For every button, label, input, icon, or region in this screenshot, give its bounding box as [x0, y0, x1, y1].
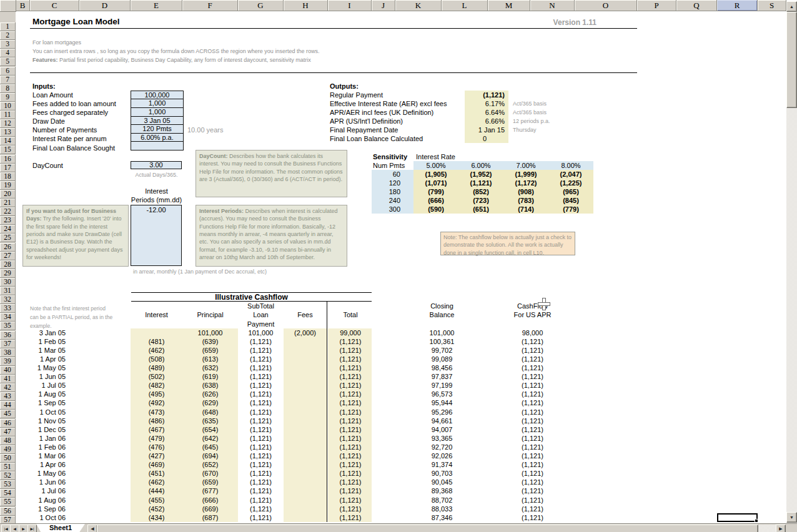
interest-periods-input[interactable]: -12.00: [131, 205, 182, 266]
daycount-note-box[interactable]: DayCount: Describes how the bank calcula…: [196, 150, 347, 197]
cf-interest[interactable]: (486): [131, 416, 182, 425]
cf-principal[interactable]: (619): [182, 372, 238, 381]
output-value[interactable]: 0: [465, 134, 505, 143]
cf-principal[interactable]: (639): [182, 337, 238, 346]
cf-principal[interactable]: (638): [182, 381, 238, 390]
column-header[interactable]: K: [395, 0, 442, 11]
row-header[interactable]: 13: [0, 128, 16, 137]
cf-us-apr-cashflow[interactable]: (1,121): [503, 381, 562, 390]
sensitivity-value[interactable]: (1,999): [503, 170, 548, 179]
sensitivity-value[interactable]: (1,121): [458, 179, 503, 187]
cf-closing-balance[interactable]: 88,702: [412, 496, 472, 505]
column-header[interactable]: D: [79, 0, 131, 11]
cf-subtotal[interactable]: (1,121): [238, 337, 284, 346]
cf-closing-balance[interactable]: 97,199: [412, 381, 472, 390]
input-value-cell[interactable]: 1,000: [131, 107, 183, 116]
row-header[interactable]: 18: [0, 172, 16, 181]
output-label[interactable]: Final Repayment Date: [330, 126, 463, 134]
row-header[interactable]: 46: [0, 419, 16, 428]
cf-total[interactable]: (1,121): [329, 496, 372, 505]
row-header[interactable]: 12: [0, 119, 16, 128]
cf-closing-balance[interactable]: 97,837: [412, 372, 472, 381]
cf-date[interactable]: 1 Jun 05: [25, 372, 66, 381]
years-note[interactable]: 10.00 years: [187, 126, 223, 134]
cf-date[interactable]: 1 Oct 06: [25, 513, 66, 522]
row-header[interactable]: 50: [0, 454, 16, 463]
input-value-cell[interactable]: 120 Pmts: [131, 124, 183, 133]
row-header[interactable]: 42: [0, 383, 16, 392]
cf-subtotal[interactable]: (1,121): [238, 451, 284, 460]
row-header[interactable]: 33: [0, 304, 16, 313]
cf-subtotal[interactable]: (1,121): [238, 443, 284, 451]
cf-date[interactable]: 1 May 06: [25, 469, 66, 478]
interest-periods-title-2[interactable]: Periods (mm.dd): [125, 195, 188, 204]
col-header-principal[interactable]: Principal: [182, 310, 238, 319]
cf-closing-balance[interactable]: 99,702: [412, 346, 472, 355]
cf-subtotal[interactable]: (1,121): [238, 505, 284, 513]
selected-cell[interactable]: [717, 513, 758, 522]
column-header[interactable]: R: [717, 0, 758, 11]
cf-subtotal[interactable]: (1,121): [238, 363, 284, 372]
row-header[interactable]: 1: [0, 22, 16, 31]
intro-line-2[interactable]: You can insert extra rows , so long as y…: [32, 47, 319, 56]
sensitivity-value[interactable]: (1,071): [413, 179, 458, 187]
sensitivity-value[interactable]: (590): [413, 205, 458, 214]
cf-closing-balance[interactable]: 101,000: [412, 328, 472, 337]
cf-principal[interactable]: (669): [182, 505, 238, 513]
output-basis-note[interactable]: 12 periods p.a.: [513, 117, 550, 126]
output-label[interactable]: Effective Interest Rate (AER) excl fees: [330, 99, 463, 108]
daycount-label[interactable]: DayCount: [32, 161, 63, 170]
cf-subtotal[interactable]: (1,121): [238, 372, 284, 381]
row-header[interactable]: 29: [0, 269, 16, 278]
row-header[interactable]: 54: [0, 489, 16, 498]
cf-fees[interactable]: (2,000): [284, 328, 327, 337]
input-label[interactable]: Interest Rate per annum: [32, 134, 107, 143]
cf-us-apr-cashflow[interactable]: (1,121): [503, 443, 562, 451]
output-label[interactable]: APR/AER incl fees (UK Definition): [330, 108, 463, 117]
sensitivity-num-pmts[interactable]: 240: [372, 196, 400, 205]
column-header[interactable]: C: [30, 0, 79, 11]
cashflow-side-note-1[interactable]: Note that the first interest period: [30, 304, 106, 313]
row-header[interactable]: 51: [0, 463, 16, 471]
cf-interest[interactable]: (492): [131, 398, 182, 407]
cf-fees[interactable]: [284, 355, 327, 363]
cf-principal[interactable]: (613): [182, 355, 238, 363]
row-header[interactable]: 9: [0, 93, 16, 102]
cf-us-apr-cashflow[interactable]: (1,121): [503, 398, 562, 407]
row-header[interactable]: 40: [0, 366, 16, 375]
scroll-right-icon[interactable]: ▶: [776, 525, 786, 532]
row-header[interactable]: 52: [0, 471, 16, 480]
input-value-cell[interactable]: [131, 141, 183, 150]
cf-us-apr-cashflow[interactable]: (1,121): [503, 355, 562, 363]
cf-interest[interactable]: (489): [131, 363, 182, 372]
intro-features[interactable]: Features: Partial first period capabilit…: [32, 56, 311, 64]
row-header[interactable]: 20: [0, 190, 16, 199]
cf-us-apr-cashflow[interactable]: (1,121): [503, 372, 562, 381]
input-value-cell[interactable]: 1,000: [131, 99, 183, 107]
row-header[interactable]: 47: [0, 428, 16, 436]
cf-interest[interactable]: (502): [131, 372, 182, 381]
output-label[interactable]: Regular Payment: [330, 91, 463, 99]
cf-fees[interactable]: [284, 496, 327, 505]
cf-interest[interactable]: (467): [131, 425, 182, 434]
col-header-fees[interactable]: Fees: [284, 310, 327, 319]
cf-closing-balance[interactable]: 99,089: [412, 355, 472, 363]
cf-interest[interactable]: [131, 328, 182, 337]
row-header[interactable]: 36: [0, 331, 16, 340]
cf-closing-balance[interactable]: 95,296: [412, 408, 472, 416]
cf-interest[interactable]: (462): [131, 478, 182, 486]
cf-interest[interactable]: (434): [131, 513, 182, 522]
cf-closing-balance[interactable]: 98,456: [412, 363, 472, 372]
cf-principal[interactable]: (659): [182, 478, 238, 486]
sensitivity-value[interactable]: (799): [413, 187, 458, 196]
column-header[interactable]: F: [182, 0, 238, 11]
sensitivity-title[interactable]: Sensitivity: [373, 152, 407, 161]
cf-us-apr-cashflow[interactable]: (1,121): [503, 434, 562, 443]
row-header[interactable]: 27: [0, 252, 16, 260]
row-header[interactable]: 49: [0, 445, 16, 454]
row-header[interactable]: 45: [0, 410, 16, 418]
cf-total[interactable]: (1,121): [329, 398, 372, 407]
cf-closing-balance[interactable]: 89,368: [412, 486, 472, 495]
cf-principal[interactable]: (687): [182, 513, 238, 522]
cf-interest[interactable]: (427): [131, 451, 182, 460]
